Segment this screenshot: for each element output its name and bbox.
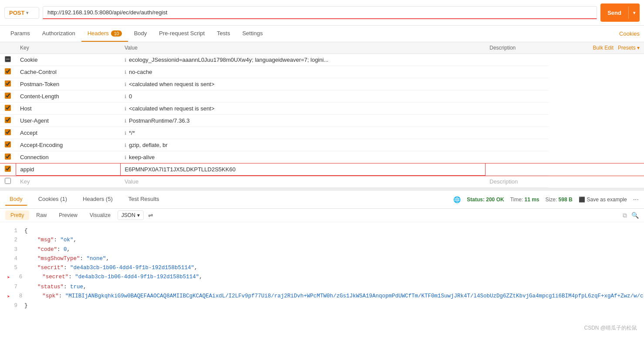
response-tab-body[interactable]: Body — [5, 193, 27, 206]
header-value[interactable]: ℹkeep-alive — [120, 151, 485, 163]
copy-icon[interactable]: ⧉ — [623, 212, 627, 219]
empty-desc: Description — [485, 176, 549, 188]
size-label: Size: 598 B — [546, 197, 573, 203]
method-select[interactable]: POST ▾ — [4, 7, 39, 19]
code-content: "msg": "ok", — [24, 236, 77, 245]
header-value[interactable]: E6PMNPX0A7I1T1JX5LDKPTLLD2S5KK60 — [120, 163, 485, 176]
row-checkbox[interactable] — [5, 141, 11, 147]
send-button[interactable]: Send ▾ — [600, 3, 640, 22]
empty-value[interactable]: Value — [120, 176, 485, 188]
info-icon[interactable]: ℹ — [125, 106, 126, 111]
row-checkbox[interactable] — [5, 80, 11, 87]
info-icon[interactable]: ℹ — [125, 57, 126, 63]
cookies-link[interactable]: Cookies — [619, 30, 640, 37]
headers-table: Key Value Description Bulk Edit Presets … — [0, 42, 644, 188]
info-icon[interactable]: ℹ — [125, 143, 126, 148]
header-desc — [485, 163, 549, 176]
presets-link[interactable]: Presets ▾ — [618, 45, 640, 51]
row-checkbox[interactable] — [5, 68, 11, 74]
header-key[interactable]: Host — [16, 103, 120, 115]
code-line: 7 "status": true, — [7, 283, 637, 292]
send-label: Send — [600, 10, 628, 16]
pretty-button[interactable]: Pretty — [5, 210, 29, 220]
more-options-icon[interactable]: ··· — [633, 196, 639, 204]
header-desc — [485, 103, 549, 115]
header-value[interactable]: ℹ0 — [120, 90, 485, 103]
request-tabs: Params Authorization Headers 10 Body Pre… — [0, 26, 644, 42]
header-key[interactable]: User-Agent — [16, 115, 120, 127]
row-checkbox[interactable] — [5, 56, 11, 62]
bulk-edit-presets: Bulk Edit Presets ▾ — [549, 42, 644, 54]
response-tab-testresults[interactable]: Test Results — [124, 193, 164, 206]
search-icon[interactable]: 🔍 — [631, 212, 639, 219]
table-row: Content-Lengthℹ0 — [0, 90, 644, 103]
tab-prerequest[interactable]: Pre-request Script — [153, 26, 211, 42]
arrow-icon: ➤ — [7, 293, 10, 301]
save-icon: ⬛ — [579, 197, 585, 203]
headers-count-badge: 10 — [111, 30, 121, 37]
line-number: 7 — [7, 283, 17, 292]
tab-headers[interactable]: Headers 10 — [81, 26, 128, 42]
header-value[interactable]: ℹ<calculated when request is sent> — [120, 103, 485, 115]
url-input[interactable] — [43, 6, 597, 19]
response-tab-cookies[interactable]: Cookies (1) — [34, 193, 71, 206]
info-icon[interactable]: ℹ — [125, 118, 126, 123]
row-checkbox[interactable] — [5, 129, 11, 135]
method-label: POST — [9, 10, 24, 16]
line-number: 3 — [7, 245, 17, 254]
empty-checkbox[interactable] — [5, 178, 11, 184]
tab-params[interactable]: Params — [4, 26, 36, 42]
row-checkbox[interactable] — [5, 153, 11, 160]
response-bar: Body Cookies (1) Headers (5) Test Result… — [0, 190, 644, 209]
header-value[interactable]: ℹ<calculated when request is sent> — [120, 78, 485, 90]
tab-body[interactable]: Body — [128, 26, 153, 42]
line-number: 5 — [7, 264, 17, 273]
row-checkbox[interactable] — [5, 166, 11, 172]
header-value[interactable]: ℹgzip, deflate, br — [120, 139, 485, 151]
header-value[interactable]: ℹPostmanRuntime/7.36.3 — [120, 115, 485, 127]
info-icon[interactable]: ℹ — [125, 82, 126, 87]
header-key[interactable]: Accept — [16, 127, 120, 139]
tab-tests[interactable]: Tests — [211, 26, 236, 42]
code-area: 1{2 "msg": "ok",3 "code": 0,4 "msgShowTy… — [0, 222, 644, 322]
code-line: ➤ 6 "secret": "de4ab3cb-1b06-4dd4-9f1b-1… — [7, 273, 637, 282]
info-icon[interactable]: ℹ — [125, 130, 126, 136]
row-checkbox[interactable] — [5, 105, 11, 111]
header-value[interactable]: ℹecology_JSessionid=aaannL0Juu1798m0UXw4… — [120, 54, 485, 66]
code-line: 4 "msgShowType": "none", — [7, 254, 637, 264]
header-key[interactable]: Content-Length — [16, 90, 120, 103]
header-desc — [485, 90, 549, 103]
line-number: 4 — [7, 254, 17, 264]
code-icons: ⧉ 🔍 — [623, 212, 639, 219]
header-key[interactable]: Postman-Token — [16, 78, 120, 90]
wrap-icon[interactable]: ⇌ — [148, 212, 153, 219]
header-value[interactable]: ℹno-cache — [120, 66, 485, 78]
info-icon[interactable]: ℹ — [125, 94, 126, 99]
header-key[interactable]: Cookie — [16, 54, 120, 66]
header-value[interactable]: ℹ*/* — [120, 127, 485, 139]
row-checkbox[interactable] — [5, 117, 11, 123]
tab-settings[interactable]: Settings — [236, 26, 269, 42]
header-key[interactable]: Cache-Control — [16, 66, 120, 78]
send-chevron-icon[interactable]: ▾ — [629, 10, 640, 15]
preview-button[interactable]: Preview — [54, 210, 83, 220]
save-example-button[interactable]: ⬛ Save as example — [579, 197, 627, 203]
format-select[interactable]: JSON ▾ — [118, 210, 144, 220]
row-checkbox[interactable] — [5, 93, 11, 99]
header-key[interactable]: Accept-Encoding — [16, 139, 120, 151]
url-bar: POST ▾ Send ▾ — [0, 0, 644, 26]
raw-button[interactable]: Raw — [31, 210, 52, 220]
code-line: 5 "secrit": "de4ab3cb-1b06-4dd4-9f1b-192… — [7, 264, 637, 273]
table-row: User-AgentℹPostmanRuntime/7.36.3 — [0, 115, 644, 127]
time-value: 11 ms — [525, 197, 539, 203]
visualize-button[interactable]: Visualize — [84, 210, 116, 220]
response-tab-headers[interactable]: Headers (5) — [78, 193, 117, 206]
code-content: "status": true, — [24, 283, 87, 292]
header-key[interactable]: Connection — [16, 151, 120, 163]
header-key[interactable]: appid — [16, 163, 120, 176]
info-icon[interactable]: ℹ — [125, 155, 126, 160]
info-icon[interactable]: ℹ — [125, 70, 126, 75]
tab-authorization[interactable]: Authorization — [36, 26, 81, 42]
empty-key[interactable]: Key — [16, 176, 120, 188]
bulk-edit-link[interactable]: Bulk Edit — [593, 45, 614, 51]
